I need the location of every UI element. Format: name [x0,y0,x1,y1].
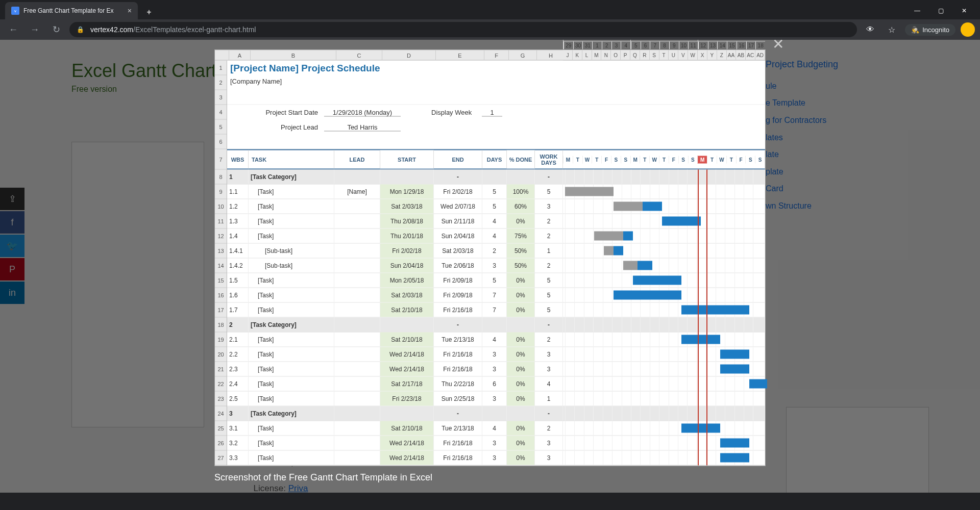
incognito-badge[interactable]: 🕵 Incognito [905,24,955,36]
gantt-cell [563,333,765,347]
hdr-wbs: WBS [227,150,249,169]
profile-avatar[interactable] [961,22,975,37]
table-row: 2.4[Task]Sat 2/17/18Thu 2/22/1860%4 [227,377,765,392]
gantt-cell [563,273,765,288]
table-row: 1.4[Task]Thu 2/01/18Sun 2/04/18475%2 [227,229,765,244]
hdr-task: TASK [249,150,334,169]
gantt-spreadsheet-image: ABCDEFGHI JKLMNOPQRSTUVWXYZAAABACAD 1234… [214,50,766,466]
table-row: 2.5[Task]Fri 2/23/18Sun 2/25/1830%1 [227,392,765,406]
reload-button[interactable]: ↻ [48,21,64,38]
gantt-cell [563,303,765,317]
week-headers: Week 129 Jan 20182930311234Week 25 Feb 2… [563,40,765,49]
table-row: 1.5[Task]Mon 2/05/18Fri 2/09/1850%5 [227,273,765,288]
incognito-icon: 🕵 [911,26,919,34]
hdr-days: DAYS [482,150,507,169]
table-row: 3.3[Task]Wed 2/14/18Fri 2/16/1830%3 [227,451,765,466]
table-row: 1.4.1[Sub-task]Fri 2/02/18Sat 2/03/18250… [227,244,765,259]
gantt-cell [563,214,765,228]
close-window-button[interactable]: ✕ [952,3,976,19]
hdr-wdays: WORK DAYS [535,150,563,169]
gantt-cell [563,406,765,421]
back-button[interactable]: ← [5,21,21,38]
gantt-cell [563,421,765,436]
table-header-row: WBS TASK LEAD START END DAYS % DONE WORK… [227,149,765,170]
table-row: 3.2[Task]Wed 2/14/18Fri 2/16/1830%3 [227,436,765,451]
incognito-label: Incognito [922,26,949,34]
hdr-end: END [434,150,482,169]
table-row: 1[Task Category]-- [227,170,765,185]
eye-off-icon[interactable]: 👁 [862,21,878,38]
new-tab-button[interactable]: + [142,5,156,19]
row-headers: 1234567891011121314151617181920212223242… [215,61,227,466]
start-date-label: Project Start Date [227,109,324,116]
display-week-label: Display Week [431,109,472,116]
table-row: 1.6[Task]Sat 2/03/18Fri 2/09/1870%5 [227,288,765,303]
gantt-cell [563,170,765,184]
lightbox-caption: Screenshot of the Free Gantt Chart Templ… [214,472,766,483]
bookmark-icon[interactable]: ☆ [884,21,900,38]
gantt-column-headers: JKLMNOPQRSTUVWXYZAAABACAD [563,50,765,61]
table-row: 1.7[Task]Sat 2/10/18Fri 2/16/1870%5 [227,303,765,318]
url-host: vertex42.com [90,26,133,34]
gantt-cell [563,229,765,243]
hdr-start: START [380,150,434,169]
forward-button[interactable]: → [27,21,43,38]
gantt-cell [563,244,765,258]
gantt-cell [563,377,765,391]
hdr-pct: % DONE [507,150,535,169]
start-date-value: 1/29/2018 (Monday) [324,108,401,116]
gantt-cell [563,185,765,199]
minimize-button[interactable]: ― [905,3,929,19]
day-letters-row: MTWTFSSMTWTFSSMTWTFSS [563,150,765,169]
hdr-lead: LEAD [334,150,380,169]
gantt-cell [563,362,765,376]
favicon-icon: v [11,7,19,15]
table-row: 1.4.2[Sub-task]Sun 2/04/18Tue 2/06/18350… [227,259,765,273]
table-row: 1.2[Task]Sat 2/03/18Wed 2/07/18560%3 [227,199,765,214]
lead-value: Ted Harris [324,123,401,131]
gantt-cell [563,199,765,214]
gantt-cell [563,318,765,332]
close-tab-icon[interactable]: × [128,7,132,15]
url-path: /ExcelTemplates/excel-gantt-chart.html [133,26,256,34]
table-row: 2.2[Task]Wed 2/14/18Fri 2/16/1830%3 [227,347,765,362]
table-row: 3.1[Task]Sat 2/10/18Tue 2/13/1840%2 [227,421,765,436]
table-row: 1.3[Task]Thu 2/08/18Sun 2/11/1840%2 [227,214,765,229]
gantt-cell [563,436,765,450]
table-row: 3[Task Category]-- [227,406,765,421]
lock-icon: 🔒 [77,26,84,33]
gantt-cell [563,347,765,362]
gantt-cell [563,451,765,465]
lightbox: ✕ ABCDEFGHI JKLMNOPQRSTUVWXYZAAABACAD 12… [214,50,766,483]
table-row: 2.1[Task]Sat 2/10/18Tue 2/13/1840%2 [227,333,765,347]
display-week-value: 1 [482,108,502,116]
table-row: 1.1[Task][Name]Mon 1/29/18Fri 2/02/18510… [227,185,765,199]
project-title: [Project Name] Project Schedule [227,61,765,75]
maximize-button[interactable]: ▢ [929,3,952,19]
lead-label: Project Lead [227,123,324,131]
browser-tab[interactable]: v Free Gantt Chart Template for Ex × [5,2,138,19]
table-row: 2[Task Category]-- [227,318,765,333]
gantt-cell [563,288,765,302]
company-name: [Company Name] [227,75,765,90]
tab-title: Free Gantt Chart Template for Ex [23,7,124,14]
gantt-cell [563,259,765,273]
address-bar[interactable]: 🔒 vertex42.com/ExcelTemplates/excel-gant… [69,22,857,37]
gantt-cell [563,392,765,406]
table-row: 2.3[Task]Wed 2/14/18Fri 2/16/1830%3 [227,362,765,377]
lightbox-close-button[interactable]: ✕ [772,40,784,53]
